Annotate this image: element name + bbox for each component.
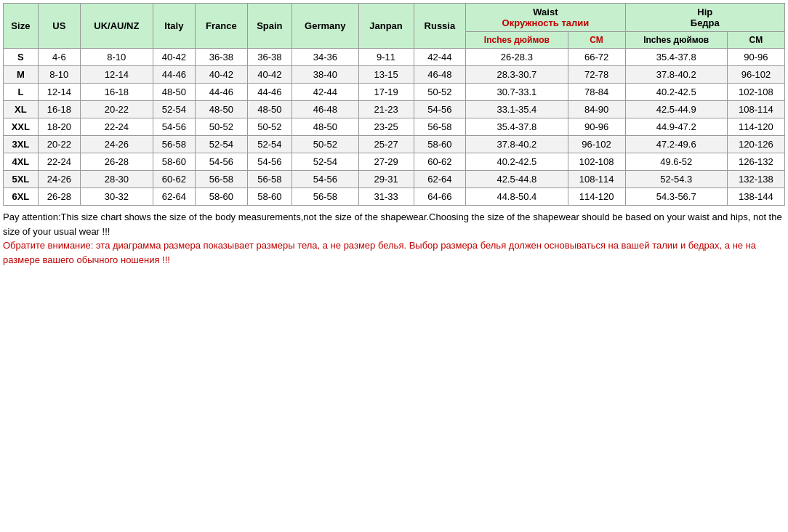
table-cell: 25-27 [358, 136, 414, 153]
size-chart-table: Size US UK/AU/NZ Italy France Spain Germ… [3, 3, 785, 206]
table-cell: 114-120 [727, 118, 784, 136]
table-cell: M [4, 66, 39, 84]
table-cell: 108-114 [568, 171, 625, 188]
table-cell: 40.2-42.5 [625, 84, 727, 101]
table-cell: 13-15 [358, 66, 414, 84]
table-cell: 37.8-40.2 [466, 136, 568, 153]
hip-header: Hip Бедра [625, 4, 784, 32]
table-row: 4XL22-2426-2858-6054-5654-5652-5427-2960… [4, 153, 785, 171]
note-russian: Обратите внимание: эта диаграмма размера… [3, 238, 785, 267]
table-cell: XXL [4, 118, 39, 136]
table-cell: 138-144 [727, 188, 784, 206]
waist-cm-header: CM [568, 32, 625, 49]
table-cell: 52-54.3 [625, 171, 727, 188]
table-cell: 5XL [4, 171, 39, 188]
col-size: Size [4, 4, 39, 49]
table-cell: 52-54 [247, 136, 292, 153]
hip-inches-header: Inches дюймов [625, 32, 727, 49]
table-cell: 16-18 [80, 84, 153, 101]
table-cell: 4XL [4, 153, 39, 171]
table-cell: 27-29 [358, 153, 414, 171]
table-cell: 30-32 [80, 188, 153, 206]
col-us: US [38, 4, 80, 49]
table-cell: 3XL [4, 136, 39, 153]
col-spain: Spain [247, 4, 292, 49]
table-row: L12-1416-1848-5044-4644-4642-4417-1950-5… [4, 84, 785, 101]
table-cell: 38-40 [292, 66, 359, 84]
table-cell: 54-56 [414, 101, 466, 118]
table-cell: 26-28 [38, 188, 80, 206]
waist-header: Waist Окружность талии [466, 4, 625, 32]
table-cell: 42.5-44.9 [625, 101, 727, 118]
hip-cm-header: CM [727, 32, 784, 49]
table-cell: 44-46 [247, 84, 292, 101]
table-cell: 48-50 [153, 84, 195, 101]
table-cell: 102-108 [727, 84, 784, 101]
table-cell: 54.3-56.7 [625, 188, 727, 206]
table-cell: 30.7-33.1 [466, 84, 568, 101]
table-cell: 54-56 [292, 171, 359, 188]
table-cell: 28.3-30.7 [466, 66, 568, 84]
table-cell: 50-52 [247, 118, 292, 136]
waist-label: Waist [533, 7, 558, 17]
table-cell: 20-22 [80, 101, 153, 118]
table-cell: 50-52 [292, 136, 359, 153]
note-section: Pay attention:This size chart shows the … [3, 210, 785, 267]
table-cell: 84-90 [568, 101, 625, 118]
note-english: Pay attention:This size chart shows the … [3, 210, 785, 238]
table-cell: 62-64 [414, 171, 466, 188]
table-cell: 50-52 [414, 84, 466, 101]
table-cell: 78-84 [568, 84, 625, 101]
table-cell: 44-46 [195, 84, 247, 101]
table-cell: 21-23 [358, 101, 414, 118]
table-cell: 44-46 [153, 66, 195, 84]
table-cell: S [4, 49, 39, 66]
col-japan: Janpan [358, 4, 414, 49]
table-cell: 120-126 [727, 136, 784, 153]
table-cell: 90-96 [568, 118, 625, 136]
table-cell: 50-52 [195, 118, 247, 136]
table-cell: 40.2-42.5 [466, 153, 568, 171]
table-cell: 47.2-49.6 [625, 136, 727, 153]
table-cell: 66-72 [568, 49, 625, 66]
table-cell: 58-60 [247, 188, 292, 206]
table-cell: 42-44 [292, 84, 359, 101]
waist-russian: Окружность талии [502, 17, 590, 28]
table-cell: 22-24 [80, 118, 153, 136]
table-cell: 17-19 [358, 84, 414, 101]
table-cell: 96-102 [568, 136, 625, 153]
table-cell: 37.8-40.2 [625, 66, 727, 84]
table-cell: 9-11 [358, 49, 414, 66]
table-cell: 40-42 [153, 49, 195, 66]
col-russia: Russia [414, 4, 466, 49]
table-cell: 6XL [4, 188, 39, 206]
table-cell: 42-44 [414, 49, 466, 66]
table-cell: 52-54 [195, 136, 247, 153]
table-cell: 49.6-52 [625, 153, 727, 171]
table-cell: 62-64 [153, 188, 195, 206]
table-cell: 48-50 [292, 118, 359, 136]
table-row: XXL18-2022-2454-5650-5250-5248-5023-2556… [4, 118, 785, 136]
table-cell: 60-62 [153, 171, 195, 188]
table-cell: 8-10 [80, 49, 153, 66]
table-cell: 54-56 [153, 118, 195, 136]
table-cell: 60-62 [414, 153, 466, 171]
table-cell: 58-60 [153, 153, 195, 171]
table-cell: 126-132 [727, 153, 784, 171]
table-cell: 24-26 [80, 136, 153, 153]
table-cell: 46-48 [414, 66, 466, 84]
table-cell: 72-78 [568, 66, 625, 84]
table-cell: 132-138 [727, 171, 784, 188]
col-uk: UK/AU/NZ [80, 4, 153, 49]
table-cell: 8-10 [38, 66, 80, 84]
table-cell: 108-114 [727, 101, 784, 118]
table-cell: 56-58 [247, 171, 292, 188]
size-chart-container: Size US UK/AU/NZ Italy France Spain Germ… [0, 0, 788, 270]
table-row: XL16-1820-2252-5448-5048-5046-4821-2354-… [4, 101, 785, 118]
table-cell: XL [4, 101, 39, 118]
table-cell: 16-18 [38, 101, 80, 118]
table-cell: 34-36 [292, 49, 359, 66]
table-cell: 12-14 [38, 84, 80, 101]
table-cell: 31-33 [358, 188, 414, 206]
hip-russian: Бедра [691, 17, 720, 28]
